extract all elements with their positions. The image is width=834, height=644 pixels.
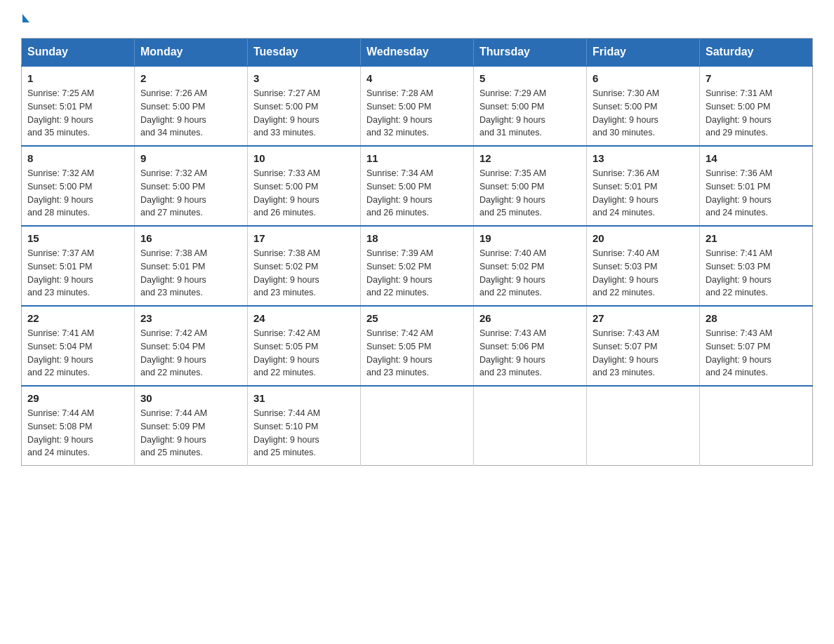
- day-info: Sunrise: 7:42 AM Sunset: 5:05 PM Dayligh…: [253, 327, 355, 380]
- calendar-cell: 16 Sunrise: 7:38 AM Sunset: 5:01 PM Dayl…: [135, 226, 248, 306]
- day-number: 27: [593, 312, 694, 324]
- day-header-thursday: Thursday: [474, 39, 587, 67]
- day-info: Sunrise: 7:42 AM Sunset: 5:05 PM Dayligh…: [366, 327, 468, 380]
- calendar-cell: 1 Sunrise: 7:25 AM Sunset: 5:01 PM Dayli…: [22, 66, 135, 146]
- day-info: Sunrise: 7:29 AM Sunset: 5:00 PM Dayligh…: [479, 87, 581, 140]
- calendar-week-row: 22 Sunrise: 7:41 AM Sunset: 5:04 PM Dayl…: [22, 306, 813, 386]
- day-info: Sunrise: 7:41 AM Sunset: 5:03 PM Dayligh…: [706, 247, 807, 300]
- day-info: Sunrise: 7:36 AM Sunset: 5:01 PM Dayligh…: [706, 167, 807, 220]
- day-headers-row: SundayMondayTuesdayWednesdayThursdayFrid…: [22, 39, 813, 67]
- calendar-cell: 2 Sunrise: 7:26 AM Sunset: 5:00 PM Dayli…: [135, 66, 248, 146]
- day-info: Sunrise: 7:27 AM Sunset: 5:00 PM Dayligh…: [253, 87, 355, 140]
- day-info: Sunrise: 7:41 AM Sunset: 5:04 PM Dayligh…: [27, 327, 128, 380]
- day-info: Sunrise: 7:34 AM Sunset: 5:00 PM Dayligh…: [366, 167, 468, 220]
- day-info: Sunrise: 7:28 AM Sunset: 5:00 PM Dayligh…: [366, 87, 468, 140]
- calendar-cell: 18 Sunrise: 7:39 AM Sunset: 5:02 PM Dayl…: [361, 226, 474, 306]
- day-info: Sunrise: 7:43 AM Sunset: 5:06 PM Dayligh…: [479, 327, 581, 380]
- day-number: 18: [366, 232, 468, 244]
- day-number: 10: [253, 152, 355, 164]
- calendar-cell: 15 Sunrise: 7:37 AM Sunset: 5:01 PM Dayl…: [22, 226, 135, 306]
- calendar-cell: 27 Sunrise: 7:43 AM Sunset: 5:07 PM Dayl…: [587, 306, 700, 386]
- day-number: 16: [140, 232, 241, 244]
- day-info: Sunrise: 7:33 AM Sunset: 5:00 PM Dayligh…: [253, 167, 355, 220]
- day-info: Sunrise: 7:35 AM Sunset: 5:00 PM Dayligh…: [479, 167, 581, 220]
- day-number: 9: [140, 152, 241, 164]
- calendar-cell: 20 Sunrise: 7:40 AM Sunset: 5:03 PM Dayl…: [587, 226, 700, 306]
- calendar-cell: 22 Sunrise: 7:41 AM Sunset: 5:04 PM Dayl…: [22, 306, 135, 386]
- day-info: Sunrise: 7:42 AM Sunset: 5:04 PM Dayligh…: [140, 327, 241, 380]
- day-info: Sunrise: 7:32 AM Sunset: 5:00 PM Dayligh…: [27, 167, 128, 220]
- day-number: 29: [27, 392, 128, 404]
- calendar-cell: 26 Sunrise: 7:43 AM Sunset: 5:06 PM Dayl…: [474, 306, 587, 386]
- day-number: 26: [479, 312, 581, 324]
- logo: [21, 14, 29, 24]
- day-number: 28: [706, 312, 807, 324]
- day-info: Sunrise: 7:38 AM Sunset: 5:01 PM Dayligh…: [140, 247, 241, 300]
- day-header-wednesday: Wednesday: [361, 39, 474, 67]
- calendar-week-row: 29 Sunrise: 7:44 AM Sunset: 5:08 PM Dayl…: [22, 386, 813, 466]
- calendar-cell: 6 Sunrise: 7:30 AM Sunset: 5:00 PM Dayli…: [587, 66, 700, 146]
- calendar-cell: [700, 386, 813, 466]
- calendar-cell: 5 Sunrise: 7:29 AM Sunset: 5:00 PM Dayli…: [474, 66, 587, 146]
- calendar-cell: 11 Sunrise: 7:34 AM Sunset: 5:00 PM Dayl…: [361, 146, 474, 226]
- day-header-sunday: Sunday: [22, 39, 135, 67]
- calendar-cell: 23 Sunrise: 7:42 AM Sunset: 5:04 PM Dayl…: [135, 306, 248, 386]
- calendar-cell: 29 Sunrise: 7:44 AM Sunset: 5:08 PM Dayl…: [22, 386, 135, 466]
- day-number: 1: [27, 72, 128, 84]
- day-info: Sunrise: 7:43 AM Sunset: 5:07 PM Dayligh…: [593, 327, 694, 380]
- calendar-week-row: 8 Sunrise: 7:32 AM Sunset: 5:00 PM Dayli…: [22, 146, 813, 226]
- day-number: 13: [593, 152, 694, 164]
- calendar-cell: 8 Sunrise: 7:32 AM Sunset: 5:00 PM Dayli…: [22, 146, 135, 226]
- calendar-body: 1 Sunrise: 7:25 AM Sunset: 5:01 PM Dayli…: [22, 66, 813, 466]
- day-number: 19: [479, 232, 581, 244]
- day-number: 31: [253, 392, 355, 404]
- calendar-cell: 31 Sunrise: 7:44 AM Sunset: 5:10 PM Dayl…: [248, 386, 361, 466]
- day-info: Sunrise: 7:37 AM Sunset: 5:01 PM Dayligh…: [27, 247, 128, 300]
- day-number: 4: [366, 72, 468, 84]
- day-number: 11: [366, 152, 468, 164]
- day-number: 12: [479, 152, 581, 164]
- day-number: 6: [593, 72, 694, 84]
- calendar-week-row: 1 Sunrise: 7:25 AM Sunset: 5:01 PM Dayli…: [22, 66, 813, 146]
- calendar-cell: 24 Sunrise: 7:42 AM Sunset: 5:05 PM Dayl…: [248, 306, 361, 386]
- calendar-cell: 13 Sunrise: 7:36 AM Sunset: 5:01 PM Dayl…: [587, 146, 700, 226]
- calendar-cell: 7 Sunrise: 7:31 AM Sunset: 5:00 PM Dayli…: [700, 66, 813, 146]
- calendar-cell: 14 Sunrise: 7:36 AM Sunset: 5:01 PM Dayl…: [700, 146, 813, 226]
- calendar-header: SundayMondayTuesdayWednesdayThursdayFrid…: [22, 39, 813, 67]
- calendar-cell: 12 Sunrise: 7:35 AM Sunset: 5:00 PM Dayl…: [474, 146, 587, 226]
- day-info: Sunrise: 7:26 AM Sunset: 5:00 PM Dayligh…: [140, 87, 241, 140]
- calendar-cell: [474, 386, 587, 466]
- calendar-cell: 25 Sunrise: 7:42 AM Sunset: 5:05 PM Dayl…: [361, 306, 474, 386]
- calendar-cell: 10 Sunrise: 7:33 AM Sunset: 5:00 PM Dayl…: [248, 146, 361, 226]
- calendar-cell: 19 Sunrise: 7:40 AM Sunset: 5:02 PM Dayl…: [474, 226, 587, 306]
- page-header: [21, 14, 813, 24]
- day-header-monday: Monday: [135, 39, 248, 67]
- day-info: Sunrise: 7:44 AM Sunset: 5:09 PM Dayligh…: [140, 407, 241, 459]
- day-number: 2: [140, 72, 241, 84]
- day-info: Sunrise: 7:40 AM Sunset: 5:02 PM Dayligh…: [479, 247, 581, 300]
- calendar-cell: 9 Sunrise: 7:32 AM Sunset: 5:00 PM Dayli…: [135, 146, 248, 226]
- calendar-cell: 3 Sunrise: 7:27 AM Sunset: 5:00 PM Dayli…: [248, 66, 361, 146]
- calendar-cell: [587, 386, 700, 466]
- day-info: Sunrise: 7:39 AM Sunset: 5:02 PM Dayligh…: [366, 247, 468, 300]
- day-number: 23: [140, 312, 241, 324]
- day-info: Sunrise: 7:43 AM Sunset: 5:07 PM Dayligh…: [706, 327, 807, 380]
- day-number: 30: [140, 392, 241, 404]
- day-info: Sunrise: 7:40 AM Sunset: 5:03 PM Dayligh…: [593, 247, 694, 300]
- day-number: 21: [706, 232, 807, 244]
- day-number: 14: [706, 152, 807, 164]
- calendar-cell: 4 Sunrise: 7:28 AM Sunset: 5:00 PM Dayli…: [361, 66, 474, 146]
- day-number: 5: [479, 72, 581, 84]
- day-number: 22: [27, 312, 128, 324]
- day-info: Sunrise: 7:30 AM Sunset: 5:00 PM Dayligh…: [593, 87, 694, 140]
- day-info: Sunrise: 7:32 AM Sunset: 5:00 PM Dayligh…: [140, 167, 241, 220]
- day-header-saturday: Saturday: [700, 39, 813, 67]
- day-info: Sunrise: 7:44 AM Sunset: 5:08 PM Dayligh…: [27, 407, 128, 459]
- day-number: 20: [593, 232, 694, 244]
- day-number: 3: [253, 72, 355, 84]
- day-header-friday: Friday: [587, 39, 700, 67]
- day-info: Sunrise: 7:36 AM Sunset: 5:01 PM Dayligh…: [593, 167, 694, 220]
- day-number: 25: [366, 312, 468, 324]
- day-number: 7: [706, 72, 807, 84]
- logo-triangle-icon: [22, 14, 29, 22]
